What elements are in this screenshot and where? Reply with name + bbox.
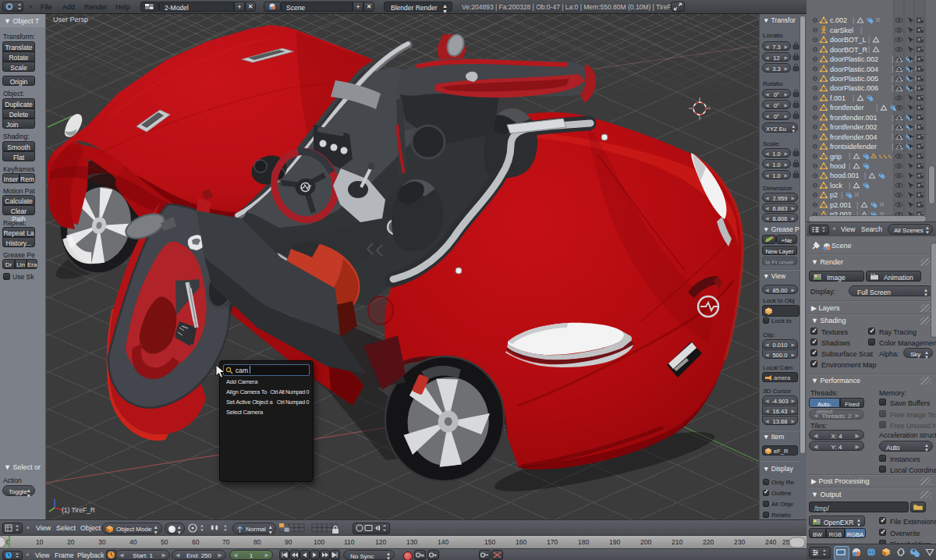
svg-text:|: | <box>860 27 862 34</box>
svg-text:70: 70 <box>222 538 230 546</box>
svg-text:doorBOT_R: doorBOT_R <box>830 46 868 54</box>
svg-text:60: 60 <box>192 538 200 546</box>
svg-text:p2: p2 <box>830 191 838 199</box>
svg-text:90: 90 <box>285 538 292 546</box>
svg-text:100: 100 <box>314 538 324 546</box>
svg-text:220: 220 <box>703 538 714 546</box>
svg-text:lock: lock <box>830 182 843 190</box>
svg-text:40: 40 <box>129 538 137 546</box>
svg-text:|: | <box>849 162 850 170</box>
svg-text:170: 170 <box>547 538 558 546</box>
svg-text:|: | <box>841 191 842 199</box>
svg-text:frontfender.002: frontfender.002 <box>830 123 878 131</box>
svg-text:150: 150 <box>484 538 495 546</box>
svg-text:240: 240 <box>765 538 776 546</box>
svg-text:|: | <box>892 84 893 92</box>
svg-text:|: | <box>892 114 893 122</box>
svg-text:|: | <box>849 152 850 160</box>
svg-text:p2.001: p2.001 <box>830 201 852 209</box>
svg-text:frontfender.001: frontfender.001 <box>830 114 878 122</box>
svg-text:|: | <box>892 65 893 73</box>
svg-text:c.002: c.002 <box>830 16 847 24</box>
svg-text:|: | <box>892 133 893 140</box>
svg-text:200: 200 <box>640 538 651 546</box>
svg-text:80: 80 <box>254 538 261 546</box>
svg-text:|: | <box>868 36 870 44</box>
svg-text:180: 180 <box>578 538 589 546</box>
svg-text:110: 110 <box>344 538 355 546</box>
svg-text:50: 50 <box>161 538 168 546</box>
svg-text:|: | <box>853 16 854 24</box>
svg-text:grip: grip <box>830 153 842 161</box>
svg-text:carSkel: carSkel <box>830 27 853 34</box>
svg-text:|: | <box>892 123 893 131</box>
svg-text:doorPlastic.002: doorPlastic.002 <box>830 55 878 63</box>
svg-text:hood.001: hood.001 <box>830 172 860 179</box>
svg-text:|: | <box>853 94 854 102</box>
svg-text:|: | <box>892 143 893 151</box>
svg-text:frontfender: frontfender <box>830 104 864 112</box>
svg-text:frontsidefender: frontsidefender <box>830 143 877 151</box>
svg-text:frontfender.004: frontfender.004 <box>830 133 878 141</box>
svg-text:doorPlastic.004: doorPlastic.004 <box>830 66 878 73</box>
svg-text:hood: hood <box>830 162 846 170</box>
svg-text:doorPlastic.006: doorPlastic.006 <box>830 84 878 92</box>
svg-text:|: | <box>868 45 870 53</box>
svg-text:140: 140 <box>438 538 448 546</box>
svg-text:10: 10 <box>36 538 44 546</box>
svg-text:f.001: f.001 <box>830 94 846 102</box>
svg-text:|: | <box>856 201 858 209</box>
svg-text:130: 130 <box>406 538 417 546</box>
svg-text:20: 20 <box>67 538 75 546</box>
svg-text:|: | <box>864 172 866 179</box>
svg-text:210: 210 <box>672 538 682 546</box>
svg-text:|: | <box>849 182 850 190</box>
svg-text:doorPlastic.005: doorPlastic.005 <box>830 75 878 83</box>
svg-text:190: 190 <box>609 538 620 546</box>
svg-text:doorBOT_L: doorBOT_L <box>830 36 867 44</box>
svg-text:120: 120 <box>375 538 386 546</box>
svg-text:|: | <box>892 75 893 83</box>
svg-text:30: 30 <box>98 538 106 546</box>
svg-text:230: 230 <box>734 538 745 546</box>
svg-text:160: 160 <box>516 538 526 546</box>
svg-text:|: | <box>892 55 893 63</box>
svg-text:|: | <box>876 104 878 112</box>
